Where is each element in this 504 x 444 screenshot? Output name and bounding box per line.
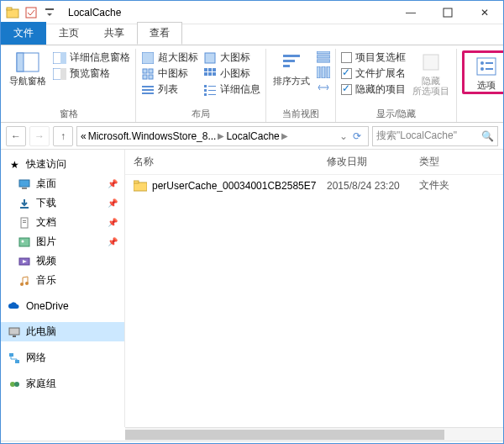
sidebar-item-downloads[interactable]: 下载📌 (1, 193, 124, 213)
nav-up-button[interactable]: ↑ (53, 126, 73, 146)
svg-rect-28 (204, 89, 207, 92)
svg-rect-1 (7, 8, 12, 10)
sidebar-item-documents[interactable]: 文档📌 (1, 213, 124, 232)
svg-rect-27 (208, 86, 216, 87)
item-checkboxes-toggle[interactable]: 项目复选框 (341, 50, 406, 65)
svg-rect-33 (283, 60, 295, 62)
network-icon (8, 352, 21, 365)
sidebar-item-videos[interactable]: 视频 (1, 251, 124, 271)
sidebar-quick-access[interactable]: ★快速访问 (1, 155, 124, 174)
nav-forward-button[interactable]: → (29, 126, 50, 146)
svg-rect-18 (142, 92, 154, 94)
pc-icon (8, 325, 21, 339)
col-type[interactable]: 类型 (419, 155, 495, 169)
svg-rect-48 (22, 188, 27, 189)
search-icon[interactable]: 🔍 (481, 130, 494, 142)
svg-rect-20 (204, 68, 207, 71)
ribbon-group-panes: 导航窗格 详细信息窗格 预览窗格 窗格 (3, 49, 136, 122)
svg-rect-39 (322, 66, 325, 78)
ribbon-group-options: 选项 (457, 49, 504, 122)
horizontal-scrollbar[interactable] (125, 427, 503, 441)
sidebar-item-pictures[interactable]: 图片📌 (1, 232, 124, 251)
desktop-icon (18, 177, 31, 191)
picture-icon (18, 235, 31, 249)
svg-point-57 (25, 282, 29, 285)
svg-rect-2 (26, 8, 36, 18)
pin-icon: 📌 (108, 179, 118, 188)
file-extensions-toggle[interactable]: 文件扩展名 (341, 66, 406, 81)
window-title: LocalCache (61, 7, 392, 18)
address-bar[interactable]: « Microsoft.WindowsStore_8...▶ LocalCach… (76, 126, 369, 146)
svg-rect-58 (9, 328, 19, 335)
details-pane-button[interactable]: 详细信息窗格 (53, 50, 130, 65)
options-button[interactable]: 选项 (466, 55, 504, 90)
ribbon-group-showhide: 项目复选框 文件扩展名 隐藏的项目 隐藏 所选项目 显示/隐藏 (336, 49, 457, 122)
tab-home[interactable]: 主页 (46, 22, 92, 45)
navigation-pane-button[interactable]: 导航窗格 (8, 50, 48, 86)
maximize-button[interactable] (429, 1, 466, 24)
svg-rect-34 (283, 65, 290, 67)
svg-rect-46 (486, 68, 493, 70)
svg-rect-3 (45, 8, 54, 10)
layout-small[interactable]: 小图标 (203, 66, 260, 81)
add-columns-button[interactable] (317, 66, 330, 79)
sidebar-item-music[interactable]: 音乐 (1, 271, 124, 290)
qat-dropdown-icon[interactable] (41, 4, 58, 21)
group-by-button[interactable] (317, 50, 330, 64)
sidebar-homegroup[interactable]: 家庭组 (1, 374, 124, 394)
svg-rect-41 (423, 55, 438, 70)
svg-rect-42 (477, 58, 496, 75)
close-button[interactable]: ✕ (466, 1, 503, 24)
sidebar-this-pc[interactable]: 此电脑 (1, 322, 124, 341)
svg-rect-31 (208, 94, 216, 95)
layout-details[interactable]: 详细信息 (203, 82, 260, 97)
folder-icon (4, 4, 21, 21)
svg-rect-14 (143, 75, 147, 79)
svg-rect-23 (204, 72, 207, 76)
svg-rect-35 (317, 51, 330, 54)
svg-rect-25 (213, 72, 216, 76)
sidebar-item-desktop[interactable]: 桌面📌 (1, 174, 124, 193)
sidebar-onedrive[interactable]: OneDrive (1, 297, 124, 315)
hide-selected-button[interactable]: 隐藏 所选项目 (411, 50, 451, 96)
crumb-ellipsis[interactable]: « (81, 130, 87, 142)
svg-rect-10 (60, 68, 66, 80)
svg-rect-44 (486, 62, 493, 64)
svg-rect-24 (208, 72, 212, 76)
preview-pane-button[interactable]: 预览窗格 (53, 66, 130, 81)
column-headers[interactable]: 名称 修改日期 类型 (125, 150, 503, 175)
refresh-icon[interactable]: ⟳ (349, 130, 365, 142)
layout-list[interactable]: 列表 (141, 82, 198, 97)
search-input[interactable]: 搜索"LocalCache" 🔍 (372, 126, 498, 146)
layout-large[interactable]: 大图标 (203, 50, 260, 65)
layout-medium[interactable]: 中图标 (141, 66, 198, 81)
cloud-icon (8, 299, 21, 313)
svg-rect-13 (149, 69, 153, 73)
col-name[interactable]: 名称 (134, 155, 327, 169)
navigation-tree[interactable]: ★快速访问 桌面📌 下载📌 文档📌 图片📌 视频 音乐 OneDrive 此电脑… (1, 150, 125, 427)
layout-extralarge[interactable]: 超大图标 (141, 50, 198, 65)
minimize-button[interactable]: — (392, 1, 429, 24)
qat-properties-icon[interactable] (23, 4, 39, 21)
tab-view[interactable]: 查看 (137, 22, 182, 45)
breadcrumb-segment[interactable]: Microsoft.WindowsStore_8... (88, 130, 217, 142)
sort-button[interactable]: 排序方式 (271, 50, 312, 86)
svg-rect-11 (142, 52, 154, 64)
svg-rect-30 (204, 93, 207, 96)
hidden-items-toggle[interactable]: 隐藏的项目 (341, 82, 406, 97)
file-row[interactable]: perUserCache_00034001CB2585E7 2015/8/24 … (125, 175, 503, 196)
pin-icon: 📌 (108, 218, 118, 227)
svg-rect-21 (208, 68, 212, 71)
tab-file[interactable]: 文件 (1, 22, 46, 45)
history-dropdown-icon[interactable]: ⌄ (339, 130, 348, 142)
download-icon (18, 197, 31, 210)
sidebar-network[interactable]: 网络 (1, 348, 124, 367)
nav-back-button[interactable]: ← (6, 126, 26, 146)
size-columns-button[interactable] (317, 81, 330, 94)
svg-rect-65 (134, 181, 139, 183)
tab-share[interactable]: 共享 (92, 22, 137, 45)
col-date[interactable]: 修改日期 (327, 155, 419, 169)
svg-rect-19 (205, 53, 215, 63)
pin-icon: 📌 (108, 237, 118, 246)
breadcrumb-segment[interactable]: LocalCache (226, 130, 279, 142)
